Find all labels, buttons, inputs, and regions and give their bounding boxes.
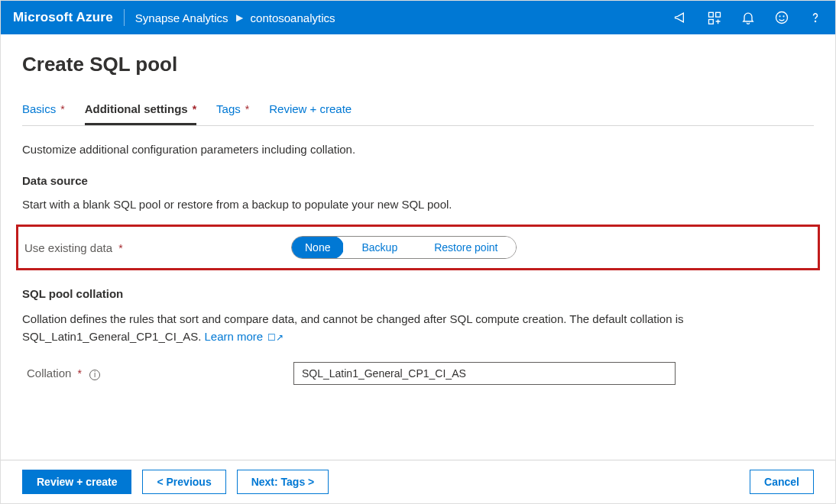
tab-additional-settings[interactable]: Additional settings * <box>85 98 196 125</box>
required-star: * <box>245 103 249 115</box>
top-bar: Microsoft Azure Synapse Analytics ▶ cont… <box>1 1 835 34</box>
brand-logo-text[interactable]: Microsoft Azure <box>13 10 113 25</box>
page-title: Create SQL pool <box>22 53 814 76</box>
label-text: Use existing data <box>24 241 112 254</box>
svg-point-3 <box>776 12 788 24</box>
chevron-right-icon: ▶ <box>236 12 243 23</box>
option-restore-point[interactable]: Restore point <box>416 237 516 258</box>
tab-review-create[interactable]: Review + create <box>269 98 352 125</box>
svg-rect-0 <box>709 12 714 17</box>
tab-tags[interactable]: Tags * <box>216 98 249 125</box>
data-source-subtext: Start with a blank SQL pool or restore f… <box>22 198 814 211</box>
collation-row: Collation * i <box>22 362 814 385</box>
info-icon[interactable]: i <box>89 370 100 380</box>
learn-more-link[interactable]: Learn more ☐↗ <box>204 330 284 343</box>
svg-point-5 <box>783 16 784 17</box>
required-star: * <box>78 367 82 380</box>
use-existing-data-label: Use existing data * <box>20 241 291 254</box>
feedback-smiley-icon[interactable] <box>774 10 789 25</box>
tab-bar: Basics * Additional settings * Tags * Re… <box>22 98 814 126</box>
required-star: * <box>60 103 64 115</box>
svg-point-4 <box>779 16 780 17</box>
footer-bar: Review + create < Previous Next: Tags > … <box>1 460 835 503</box>
collation-input[interactable] <box>293 362 676 385</box>
svg-point-6 <box>815 21 816 22</box>
intro-text: Customize additional configuration param… <box>22 143 814 156</box>
cancel-button[interactable]: Cancel <box>750 470 814 494</box>
tab-label: Review + create <box>269 102 352 115</box>
previous-button[interactable]: < Previous <box>142 470 225 494</box>
external-link-icon: ☐↗ <box>267 332 284 343</box>
collation-label: Collation * i <box>22 367 293 380</box>
tab-label: Tags <box>216 102 241 115</box>
required-star: * <box>118 242 122 254</box>
collation-paragraph: Collation defines the rules that sort an… <box>22 311 710 345</box>
use-existing-data-row-highlight: Use existing data * None Backup Restore … <box>16 225 820 270</box>
tab-label: Additional settings <box>85 102 188 115</box>
tab-basics[interactable]: Basics * <box>22 98 65 125</box>
label-text: Collation <box>27 367 71 380</box>
data-source-heading: Data source <box>22 174 814 187</box>
megaphone-icon[interactable] <box>673 10 689 25</box>
use-existing-data-toggle[interactable]: None Backup Restore point <box>291 236 517 259</box>
collation-text: Collation defines the rules that sort an… <box>22 312 684 343</box>
breadcrumb-item-workspace[interactable]: contosoanalytics <box>251 11 335 24</box>
svg-rect-2 <box>709 20 714 24</box>
review-create-button[interactable]: Review + create <box>22 470 131 494</box>
topbar-left: Microsoft Azure Synapse Analytics ▶ cont… <box>13 9 335 26</box>
learn-more-text: Learn more <box>204 330 263 343</box>
breadcrumb: Synapse Analytics ▶ contosoanalytics <box>135 11 335 24</box>
option-none[interactable]: None <box>291 236 344 259</box>
collation-heading: SQL pool collation <box>22 287 814 300</box>
bell-icon[interactable] <box>740 10 756 25</box>
tab-label: Basics <box>22 102 56 115</box>
vertical-divider <box>124 9 125 26</box>
option-backup[interactable]: Backup <box>343 237 416 258</box>
required-star: * <box>193 103 196 115</box>
breadcrumb-item-synapse[interactable]: Synapse Analytics <box>135 11 228 24</box>
topbar-right <box>673 10 823 25</box>
svg-rect-1 <box>716 12 721 17</box>
page-content: Create SQL pool Basics * Additional sett… <box>1 34 835 385</box>
directory-icon[interactable] <box>707 10 722 25</box>
next-button[interactable]: Next: Tags > <box>237 470 329 494</box>
help-icon[interactable] <box>808 10 823 25</box>
